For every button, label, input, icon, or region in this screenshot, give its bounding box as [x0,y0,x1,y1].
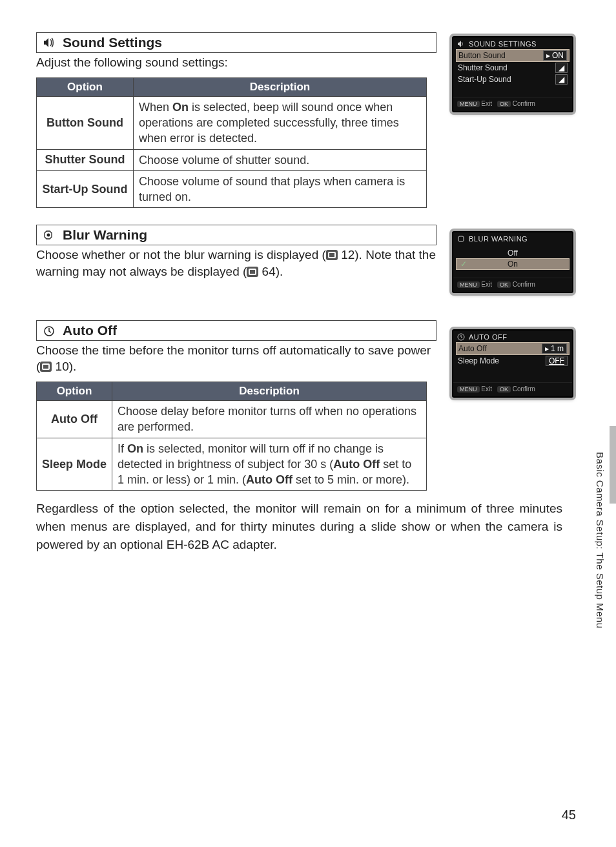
svg-rect-2 [458,236,464,241]
opt-shutter-sound: Shutter Sound [37,149,134,170]
opt-sleep-mode: Sleep Mode [37,438,112,491]
table-header-row: Option Description [37,382,427,400]
menu-button-label: MENU [457,281,480,288]
heading-sound-settings: Sound Settings [36,32,436,53]
table-row: Button Sound When On is selected, beep w… [37,96,427,149]
speaker-icon [457,40,465,48]
lcd-label: Start-Up Sound [458,75,511,84]
lcd-label: Sleep Mode [458,356,499,365]
desc-button-sound: When On is selected, beep will sound onc… [134,96,427,149]
heading-blur-warning: Blur Warning [36,225,436,245]
heading-text: Sound Settings [63,35,162,50]
desc-startup-sound: Choose volume of sound that plays when c… [134,170,427,208]
desc-shutter-sound: Choose volume of shutter sound. [134,149,427,170]
text: If [118,442,127,455]
lcd-label: Button Sound [458,51,506,60]
thumb-tab [610,426,616,504]
lcd-title-row: BLUR WARNING [453,232,572,244]
lcd-row-startup-sound[interactable]: Start-Up Sound ◢ [456,74,570,85]
page-ref-icon [40,362,52,372]
lcd-label: Shutter Sound [458,63,508,72]
text: set to 5 min. or more). [293,473,409,486]
lcd-title-row: SOUND SETTINGS [453,37,572,49]
opt-auto-off: Auto Off [37,400,112,438]
autooff-intro: Choose the time before the monitor turns… [36,342,436,375]
text: On [508,260,518,269]
lcd-value: ▸ 1 m [542,343,567,354]
lcd-footer: MENU Exit OK Confirm [453,278,572,292]
lcd-footer: MENU Exit OK Confirm [453,97,572,111]
text: Exit [481,281,492,288]
lcd-sound-settings: SOUND SETTINGS Button Sound ▸ ON Shutter… [452,36,573,112]
text: ON [552,51,564,60]
svg-point-0 [47,234,50,237]
lcd-label: Auto Off [458,344,487,353]
blur-text: Choose whether or not the blur warning i… [36,247,436,280]
desc-auto-off: Choose delay before monitor turns off wh… [112,400,427,438]
lcd-value: ◢ [555,74,568,85]
lcd-row-shutter-sound[interactable]: Shutter Sound ◢ [456,62,570,74]
lcd-row-button-sound[interactable]: Button Sound ▸ ON [456,49,570,62]
page-ref-icon [247,267,258,277]
sound-intro: Adjust the following sound settings: [36,54,436,71]
clock-icon [457,333,465,341]
text-bold: On [172,101,189,114]
opt-startup-sound: Start-Up Sound [37,170,134,208]
text: Choose whether or not the blur warning i… [36,248,326,261]
lcd-title: BLUR WARNING [469,235,528,243]
ok-button-label: OK [497,281,511,288]
text: Confirm [513,281,535,288]
heading-auto-off: Auto Off [36,320,436,341]
table-row: Start-Up Sound Choose volume of sound th… [37,170,427,208]
lcd-value: ◢ [555,63,568,73]
opt-button-sound: Button Sound [37,96,134,149]
lcd-blur-warning: BLUR WARNING Off ✓ On MENU Exit OK Confi… [452,231,573,293]
lcd-auto-off: AUTO OFF Auto Off ▸ 1 m Sleep Mode OFF M… [452,329,573,398]
text: 12). [338,248,362,261]
text: Confirm [513,385,535,393]
col-description: Description [134,77,427,96]
text: 10). [52,360,76,373]
autooff-note: Regardless of the option selected, the m… [36,500,562,553]
page-number: 45 [562,808,576,822]
lcd-option-on[interactable]: ✓ On [456,258,570,270]
lcd-row-sleep-mode[interactable]: Sleep Mode OFF [456,355,570,367]
page-ref-icon [326,250,338,260]
heading-text: Blur Warning [63,227,147,243]
text-bold: Auto Off [246,473,293,486]
table-row: Auto Off Choose delay before monitor tur… [37,400,427,438]
ok-button-label: OK [497,386,511,393]
section-side-label: Basic Camera Setup: The Setup Menu [595,452,606,658]
ok-button-label: OK [497,101,511,107]
text: 64). [258,265,283,278]
speaker-icon [42,37,56,48]
table-header-row: Option Description [37,77,427,96]
text: 1 m [551,344,564,353]
sound-options-table: Option Description Button Sound When On … [36,77,427,209]
col-description: Description [112,382,427,400]
lcd-footer: MENU Exit OK Confirm [453,382,572,396]
lcd-row-auto-off[interactable]: Auto Off ▸ 1 m [456,342,570,355]
table-row: Sleep Mode If On is selected, monitor wi… [37,438,427,491]
lcd-value: ▸ ON [543,50,567,61]
text: When [139,101,172,114]
lcd-title: SOUND SETTINGS [469,40,537,48]
lcd-title-row: AUTO OFF [453,331,572,342]
lcd-option-off[interactable]: Off [456,248,570,258]
menu-button-label: MENU [457,101,480,107]
text-bold: On [127,442,143,455]
text: Confirm [513,100,535,107]
text: Exit [481,385,492,393]
text: Exit [481,100,492,107]
blur-icon [457,235,465,243]
desc-sleep-mode: If On is selected, monitor will turn off… [112,438,427,491]
text: Choose the time before the monitor turns… [36,343,431,374]
blur-icon [42,229,56,241]
col-option: Option [37,382,112,400]
menu-button-label: MENU [457,386,480,393]
lcd-value: OFF [546,356,568,366]
autooff-options-table: Option Description Auto Off Choose delay… [36,382,427,491]
lcd-title: AUTO OFF [469,333,507,341]
check-icon: ✓ [460,260,467,269]
clock-icon [42,325,56,336]
